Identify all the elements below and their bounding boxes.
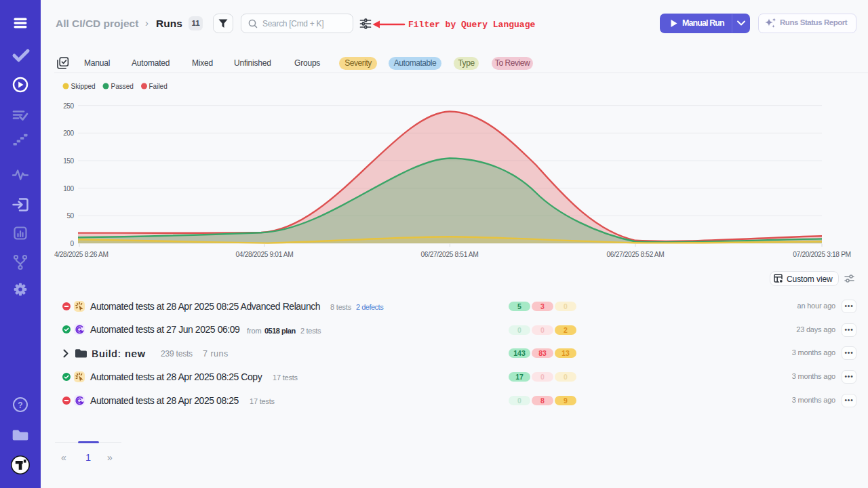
svg-text:Failed: Failed	[149, 83, 167, 90]
svg-text:100: 100	[63, 185, 74, 192]
svg-text:Skipped: Skipped	[71, 83, 96, 90]
svg-text:150: 150	[63, 157, 74, 165]
svg-text:04/28/2025 9:01 AM: 04/28/2025 9:01 AM	[236, 251, 294, 258]
svg-text:250: 250	[63, 102, 74, 110]
svg-text:4/28/2025 8:26 AM: 4/28/2025 8:26 AM	[54, 251, 108, 258]
svg-text:200: 200	[63, 129, 74, 137]
svg-text:06/27/2025 8:52 AM: 06/27/2025 8:52 AM	[607, 251, 665, 258]
svg-text:?: ?	[18, 401, 22, 410]
svg-text:50: 50	[66, 212, 74, 220]
svg-text:07/20/2025 3:18 PM: 07/20/2025 3:18 PM	[793, 251, 850, 258]
svg-text:06/27/2025 8:51 AM: 06/27/2025 8:51 AM	[421, 251, 479, 258]
svg-text:0: 0	[70, 240, 74, 247]
svg-text:Passed: Passed	[111, 83, 134, 90]
